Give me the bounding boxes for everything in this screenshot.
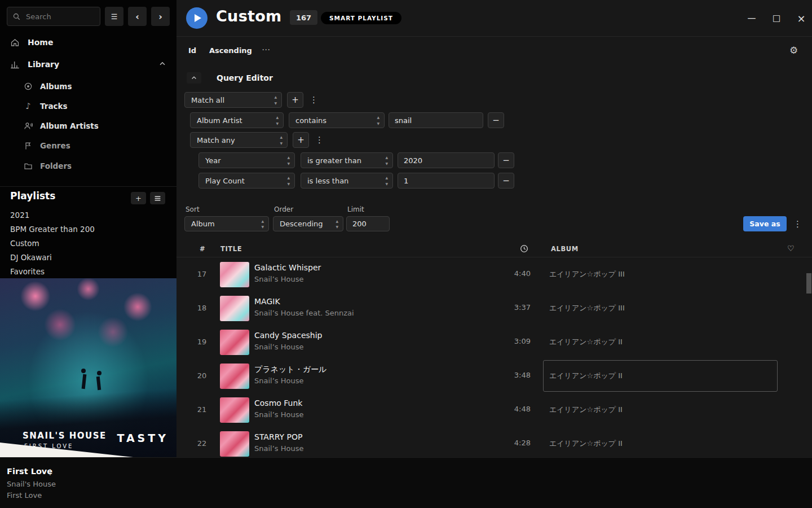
match-mode-select[interactable]: Match all [184,92,282,108]
track-artist: Snail’s House [254,343,303,351]
rule-operator-select[interactable]: is greater than [301,152,393,168]
match-mode-select[interactable]: Match any [190,132,288,148]
limit-input[interactable] [346,216,390,231]
track-album[interactable]: エイリアン☆ポップ III [549,303,625,313]
track-album[interactable]: エイリアン☆ポップ II [549,439,623,449]
app-window: ☰ ‹ › Home Library Albums ♪ Tracks [0,0,812,508]
close-icon: × [797,12,805,24]
sort-field-button[interactable]: Id [188,46,196,55]
gear-icon[interactable]: ⚙ [789,45,798,56]
rule-operator-select[interactable]: is less than [301,173,393,189]
track-number: 17 [193,270,210,278]
rule-field-select[interactable]: Play Count [198,173,295,189]
playlist-item[interactable]: 2021 [10,208,162,222]
sort-label: Sort [186,205,200,213]
forward-button[interactable]: › [151,7,170,26]
album-art-thumbnail [220,364,249,389]
rule-field-select[interactable]: Album Artist [190,112,284,128]
sidebar-item-library[interactable]: Library [10,55,59,74]
track-album[interactable]: エイリアン☆ポップ III [549,269,625,279]
title-column-header[interactable]: TITLE [220,245,242,253]
play-playlist-button[interactable] [186,7,208,29]
close-button[interactable]: × [795,11,808,25]
remove-rule-button[interactable]: − [488,112,504,128]
remove-rule-button[interactable]: − [498,173,514,189]
album-art-thumbnail [220,397,249,423]
track-list: 17 Galactic Whisper Snail’s House 4:40 エ… [176,257,812,457]
table-row[interactable]: 18 MAGIK Snail’s House feat. Sennzai 3:3… [176,291,812,325]
sidebar-item-tracks[interactable]: ♪ Tracks [24,97,68,116]
search-box[interactable] [7,7,100,26]
page-title: Custom [216,7,282,25]
album-art-thumbnail [220,262,249,287]
list-icon [154,195,161,202]
playlist-item[interactable]: Custom [10,236,162,250]
number-column-header[interactable]: # [200,245,205,253]
table-row[interactable]: 21 Cosmo Funk Snail’s House 4:48 エイリアン☆ポ… [176,393,812,427]
query-editor-collapse-button[interactable] [187,72,201,84]
now-playing-cover-art[interactable]: SNAIL'S HOUSE FIRST LOVE TASTY [0,278,176,457]
minus-icon: − [502,155,510,165]
more-options-icon[interactable]: ⋯ [262,45,270,55]
playlist-item[interactable]: DJ Okawari [10,250,162,264]
menu-button[interactable]: ☰ [105,7,123,26]
sidebar-item-label: Album Artists [40,121,99,130]
minimize-button[interactable]: — [745,11,758,25]
rule-value-input[interactable] [398,173,495,189]
now-playing-menu-icon[interactable]: ⋮ [46,467,54,476]
scrollbar-thumb[interactable] [806,273,811,294]
playlist-item[interactable]: BPM Greater than 200 [10,222,162,236]
track-duration: 4:28 [486,439,531,447]
remove-rule-button[interactable]: − [498,152,514,168]
track-album[interactable]: エイリアン☆ポップ II [549,405,623,415]
rule-value-input[interactable] [389,112,483,128]
plus-icon: + [292,95,299,105]
sort-direction-button[interactable]: Ascending [209,46,252,55]
maximize-button[interactable]: □ [770,11,783,25]
album-column-header[interactable]: ALBUM [551,245,579,253]
sort-select[interactable]: Album [184,216,269,231]
track-artist: Snail’s House [254,444,303,453]
albums-icon [24,82,33,91]
sidebar-item-album-artists[interactable]: Album Artists [24,116,99,135]
favorite-column-icon[interactable]: ♡ [787,244,795,253]
sidebar-item-label: Home [28,38,53,47]
add-rule-button[interactable]: + [287,92,303,108]
select-value: contains [295,116,326,125]
select-value: is greater than [307,156,361,165]
search-input[interactable] [25,12,95,21]
track-duration: 4:40 [486,269,531,278]
table-row[interactable]: 22 STARRY POP Snail’s House 4:28 エイリアン☆ポ… [176,427,812,457]
sidebar-item-label: Folders [40,161,72,170]
chevron-right-icon: › [158,11,162,22]
table-row[interactable]: 19 Candy Spaceship Snail’s House 3:09 エイ… [176,325,812,359]
chevron-up-icon[interactable] [158,60,166,68]
playlist-item[interactable]: Favorites [10,264,162,278]
sidebar-item-home[interactable]: Home [10,33,53,52]
add-rule-button[interactable]: + [293,132,309,148]
track-album[interactable]: エイリアン☆ポップ II [549,337,623,347]
sidebar-item-genres[interactable]: Genres [24,136,70,155]
sidebar-item-albums[interactable]: Albums [24,77,72,96]
save-menu-icon[interactable]: ⋮ [793,219,801,229]
group-menu-icon[interactable]: ⋮ [310,95,317,105]
rule-value-input[interactable] [398,152,495,168]
track-album[interactable]: エイリアン☆ポップ II [549,371,623,381]
duration-column-icon[interactable] [520,244,528,253]
sidebar-item-folders[interactable]: Folders [24,156,72,176]
track-title: プラネット・ガール [254,365,326,375]
save-as-button[interactable]: Save as [743,216,787,231]
add-playlist-button[interactable]: + [131,192,146,204]
order-select[interactable]: Descending [273,216,343,231]
table-row[interactable]: 20 プラネット・ガール Snail’s House 3:48 エイリアン☆ポッ… [176,359,812,393]
playlist-list-view-button[interactable] [150,192,165,204]
sidebar-item-label: Genres [40,141,70,150]
track-duration: 3:48 [486,371,531,379]
rule-operator-select[interactable]: contains [289,112,385,128]
table-header: # TITLE ALBUM ♡ [176,242,812,257]
group-menu-icon[interactable]: ⋮ [315,135,323,145]
back-button[interactable]: ‹ [128,7,147,26]
table-row[interactable]: 17 Galactic Whisper Snail’s House 4:40 エ… [176,257,812,291]
folder-icon [24,161,33,170]
rule-field-select[interactable]: Year [198,152,295,168]
